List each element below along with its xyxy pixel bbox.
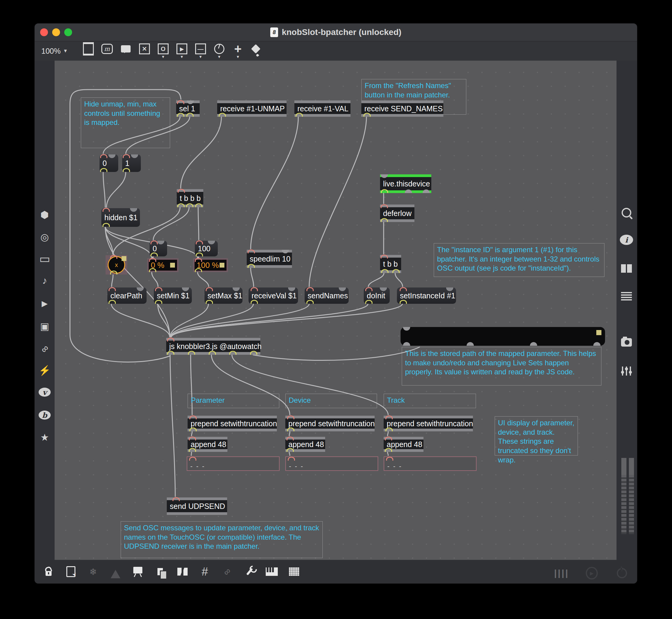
freeze-icon[interactable]: ❄ — [87, 566, 99, 578]
metronome-icon[interactable] — [109, 566, 122, 578]
receive-send-names[interactable]: receive SEND_NAMES — [361, 100, 443, 117]
msg-setmin[interactable]: setMin $1 — [154, 287, 192, 304]
inlet-arc — [287, 436, 294, 440]
object-box-glyph — [83, 42, 94, 56]
sel-1[interactable]: sel 1 — [176, 100, 200, 117]
video-icon[interactable]: ▶ — [38, 297, 51, 310]
stored-path-box[interactable] — [400, 327, 605, 346]
prepend-device[interactable]: prepend setwithtruncation — [285, 416, 375, 431]
comment-ui-display[interactable]: UI display of parameter, device, and tra… — [495, 416, 578, 456]
deferlow[interactable]: deferlow — [380, 205, 415, 222]
new-comment-icon[interactable] — [120, 43, 132, 55]
align-icon[interactable] — [176, 566, 189, 578]
append-track[interactable]: append 48 — [384, 437, 424, 452]
msg-0-min[interactable]: 0 — [150, 241, 167, 256]
number-min[interactable]: 0 % — [147, 258, 178, 272]
images-icon[interactable]: ▣ — [38, 320, 51, 333]
new-dial-icon[interactable] — [214, 43, 225, 55]
field-parameter[interactable]: - - - — [187, 457, 280, 471]
comment-stored-path[interactable]: This is the stored path of the mapped pa… — [402, 347, 601, 386]
duplicate-icon[interactable] — [154, 566, 166, 578]
comment-track[interactable]: Track — [384, 394, 476, 408]
comment-hide-controls[interactable]: Hide unmap, min, max controls until some… — [81, 97, 170, 148]
favorites-icon[interactable]: ★ — [38, 431, 51, 444]
close-button[interactable] — [40, 28, 48, 36]
audio-power-icon[interactable] — [616, 567, 628, 579]
outlet-arc — [287, 427, 294, 431]
js-knobbler[interactable]: js knobbler3.js @autowatch — [166, 338, 260, 355]
inspector-info-icon[interactable]: i — [620, 233, 633, 247]
run-play-icon[interactable]: ▶ — [586, 567, 598, 579]
search-icon[interactable] — [620, 206, 633, 219]
unlock-icon[interactable] — [43, 566, 55, 578]
msg-sendnames[interactable]: sendNames — [305, 287, 349, 304]
audio-icon[interactable]: ◎ — [38, 230, 51, 244]
vizzie-icon[interactable]: v — [38, 386, 51, 399]
t-b-b-b[interactable]: t b b b — [177, 189, 203, 207]
zoom-button[interactable] — [64, 28, 72, 36]
t-b-b[interactable]: t b b — [380, 255, 401, 273]
append-parameter[interactable]: append 48 — [188, 437, 227, 452]
msg-doinit[interactable]: doInit — [364, 287, 390, 304]
t-b-b-label: t b b — [383, 260, 398, 269]
edit-select-icon[interactable] — [65, 566, 77, 578]
new-message-box-icon[interactable]: m — [101, 43, 113, 55]
add-object-icon[interactable]: + — [232, 43, 244, 55]
snapshot-camera-icon[interactable] — [620, 336, 633, 349]
msg-100-max[interactable]: 100 — [195, 241, 218, 256]
number-max[interactable]: 100 % — [193, 258, 228, 272]
new-toggle-icon[interactable]: ✕ — [139, 43, 150, 55]
plugins-icon[interactable]: ⚡ — [38, 364, 51, 377]
attachments-icon[interactable]: ∞ — [38, 342, 51, 355]
prepend-track[interactable]: prepend setwithtruncation — [384, 416, 473, 431]
window-title: knobSlot-bpatcher (unlocked) — [282, 27, 401, 37]
msg-hidden[interactable]: hidden $1 — [101, 208, 140, 227]
comment-parameter[interactable]: Parameter — [188, 394, 279, 408]
field-track[interactable]: - - - — [384, 457, 476, 471]
dial[interactable]: x — [105, 255, 127, 275]
presentation-icon[interactable] — [132, 566, 144, 578]
shortcut-keys-icon[interactable] — [288, 566, 300, 578]
new-slider-icon[interactable]: — — [195, 43, 206, 55]
inlet-arc — [306, 287, 314, 291]
beap-icon[interactable]: b — [38, 408, 51, 422]
receive-unmap[interactable]: receive #1-UNMAP — [217, 100, 287, 117]
msg-clearpath[interactable]: clearPath — [107, 287, 147, 304]
new-object-box-icon[interactable] — [83, 43, 94, 55]
k3 — [272, 567, 274, 572]
attach-add-icon[interactable]: ∞ — [221, 566, 233, 578]
zoom-control[interactable]: 100% ▼ — [41, 47, 68, 56]
piano-keys-icon[interactable] — [266, 566, 278, 578]
msg-0-top[interactable]: 0 — [99, 154, 118, 172]
speedlim-10[interactable]: speedlim 10 — [247, 250, 292, 268]
console-list-icon[interactable] — [620, 290, 633, 303]
comment-device[interactable]: Device — [285, 394, 377, 408]
msg-setinstanceid[interactable]: setInstanceId #1 — [397, 287, 456, 304]
send-udpsend[interactable]: send UDPSEND — [167, 497, 227, 515]
append-device[interactable]: append 48 — [285, 437, 325, 452]
comment-instance-id[interactable]: The "instance ID" is argument 1 (#1) for… — [434, 243, 604, 277]
top-toolbar: 100% ▼ m✕O▾▶▾—▾▾+▾ — [35, 41, 637, 61]
packages-icon[interactable]: ⬢ — [38, 208, 51, 221]
msg-1-top[interactable]: 1 — [122, 154, 141, 172]
prepend-parameter[interactable]: prepend setwithtruncation — [188, 416, 277, 431]
receive-val[interactable]: receive #1-VAL — [294, 100, 351, 117]
live-thisdevice[interactable]: live.thisdevice — [380, 175, 431, 193]
msg-setmax[interactable]: setMax $1 — [205, 287, 242, 304]
outlet-arc — [296, 113, 303, 117]
minimize-button[interactable] — [52, 28, 60, 36]
reference-panels-icon[interactable] — [620, 262, 633, 275]
inlet-arc — [386, 457, 393, 461]
midi-icon[interactable]: ♪ — [38, 274, 51, 287]
grid-icon[interactable]: # — [199, 566, 211, 578]
new-playbar-icon[interactable]: ▶ — [176, 43, 188, 55]
comment-osc-send[interactable]: Send OSC messages to update parameter, d… — [121, 521, 323, 558]
field-device[interactable]: - - - — [285, 457, 378, 471]
parameter-sliders-icon[interactable] — [620, 364, 633, 378]
paint-format-icon[interactable] — [251, 43, 263, 55]
new-number-box-icon[interactable]: O — [157, 43, 169, 55]
tools-wrench-icon[interactable] — [243, 566, 255, 578]
msg-receiveval[interactable]: receiveVal $1 — [248, 287, 298, 304]
step-bars-icon[interactable]: |||| — [555, 567, 568, 579]
hardware-icon[interactable]: ▭ — [38, 252, 51, 266]
